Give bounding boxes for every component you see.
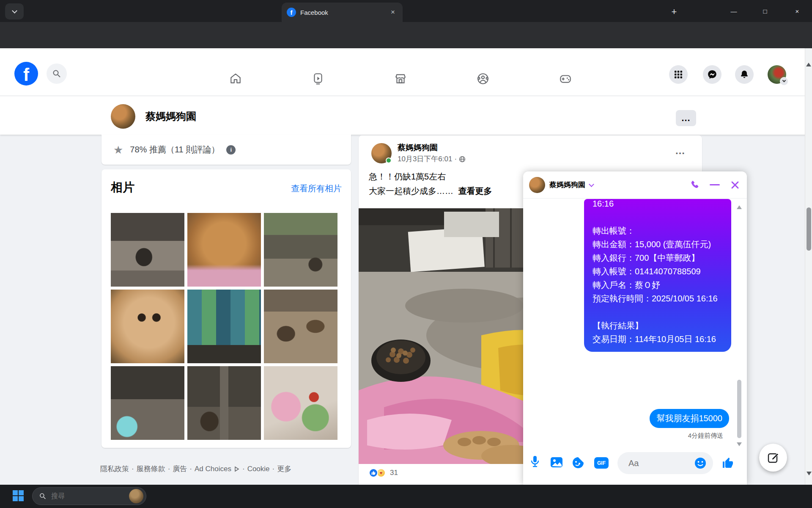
transfer-message-text: 16:16 轉出帳號： 轉出金額：15,000 (壹萬伍仟元) 轉入銀行：700… bbox=[593, 199, 723, 346]
globe-icon bbox=[459, 156, 466, 163]
received-transfer-message-bubble: 16:16 轉出帳號： 轉出金額：15,000 (壹萬伍仟元) 轉入銀行：700… bbox=[584, 199, 731, 352]
nav-marketplace-tab[interactable] bbox=[373, 68, 428, 90]
see-all-photos-link[interactable]: 查看所有相片 bbox=[291, 183, 342, 194]
footer-link-ads[interactable]: 廣告 bbox=[173, 464, 187, 474]
page-scrollbar[interactable] bbox=[805, 48, 812, 485]
online-status-dot bbox=[386, 157, 392, 163]
footer-link-adchoices[interactable]: Ad Choices bbox=[195, 465, 231, 473]
see-more-link[interactable]: 查看更多 bbox=[458, 186, 492, 196]
nav-groups-tab[interactable] bbox=[455, 68, 510, 90]
chat-scrollbar-thumb[interactable] bbox=[737, 380, 741, 438]
chat-title[interactable]: 蔡媽媽狗園 bbox=[549, 180, 585, 190]
chat-text-input[interactable] bbox=[628, 458, 691, 469]
star-icon: ★ bbox=[113, 145, 123, 155]
adchoices-icon bbox=[234, 466, 240, 472]
photo-grid bbox=[111, 213, 342, 440]
chat-avatar[interactable] bbox=[529, 177, 545, 193]
apps-menu-button[interactable] bbox=[669, 65, 688, 84]
footer-link-terms[interactable]: 服務條款 bbox=[137, 464, 165, 474]
attach-image-icon[interactable] bbox=[550, 457, 563, 469]
post-timestamp[interactable]: 10月3日下午6:01 bbox=[398, 154, 452, 164]
start-button[interactable] bbox=[13, 490, 24, 501]
chat-chevron-down-icon[interactable] bbox=[589, 182, 594, 187]
chevron-down-icon bbox=[12, 8, 17, 14]
chat-window: 蔡媽媽狗園 16:16 轉出帳號： 轉出金額：15,000 (壹萬伍仟元) 轉入… bbox=[523, 171, 747, 485]
new-message-fab[interactable] bbox=[759, 444, 787, 472]
tab-search-button[interactable] bbox=[5, 3, 24, 19]
post-reactions[interactable]: ♥ 31 bbox=[369, 468, 398, 478]
emoji-icon[interactable] bbox=[694, 457, 706, 469]
photos-card: 相片 查看所有相片 bbox=[102, 169, 351, 448]
photo-thumbnail[interactable] bbox=[187, 290, 261, 363]
chat-scroll-down-icon[interactable] bbox=[737, 442, 742, 446]
chat-close-icon[interactable] bbox=[731, 181, 739, 189]
sent-message-bubble: 幫我朋友捐15000 bbox=[650, 409, 729, 428]
scroll-up-icon[interactable] bbox=[806, 63, 811, 66]
photo-thumbnail[interactable] bbox=[264, 290, 337, 363]
window-maximize-button[interactable]: □ bbox=[755, 0, 775, 22]
post-text-line1: 急！！仍缺1萬5左右 bbox=[369, 169, 446, 184]
photo-thumbnail[interactable] bbox=[111, 213, 184, 287]
watch-icon bbox=[312, 72, 324, 85]
home-icon bbox=[229, 72, 242, 85]
reaction-count[interactable]: 31 bbox=[390, 469, 398, 477]
voice-clip-icon[interactable] bbox=[530, 455, 540, 469]
messenger-button[interactable] bbox=[703, 65, 721, 84]
photo-thumbnail[interactable] bbox=[187, 366, 261, 440]
gif-icon[interactable]: GIF bbox=[594, 457, 609, 469]
photo-thumbnail[interactable] bbox=[264, 366, 337, 440]
search-icon bbox=[52, 69, 61, 78]
facebook-logo[interactable]: f bbox=[14, 62, 38, 86]
new-tab-button[interactable]: + bbox=[667, 5, 681, 19]
photo-thumbnail[interactable] bbox=[111, 290, 184, 363]
nav-home-tab[interactable] bbox=[208, 68, 263, 90]
post-text: 大家一起積少成多…… bbox=[369, 186, 453, 196]
tab-close-icon[interactable]: × bbox=[388, 7, 398, 17]
taskbar-search[interactable] bbox=[32, 487, 146, 505]
profile-more-button[interactable]: … bbox=[676, 110, 696, 126]
scrollbar-thumb[interactable] bbox=[807, 207, 811, 251]
taskbar: O X W T TALK LINE bbox=[0, 485, 812, 508]
facebook-header: f bbox=[0, 48, 812, 96]
photo-thumbnail[interactable] bbox=[111, 366, 184, 440]
marketplace-icon bbox=[394, 72, 407, 85]
chat-minimize-icon[interactable] bbox=[710, 184, 720, 185]
photo-thumbnail[interactable] bbox=[187, 213, 261, 287]
photo-thumbnail[interactable] bbox=[264, 213, 337, 287]
sticker-icon[interactable] bbox=[572, 457, 584, 470]
info-icon[interactable]: i bbox=[226, 145, 236, 155]
nav-watch-tab[interactable] bbox=[291, 68, 346, 90]
groups-icon bbox=[477, 72, 489, 85]
window-minimize-button[interactable]: — bbox=[724, 0, 743, 22]
call-icon[interactable] bbox=[689, 180, 700, 190]
gaming-icon bbox=[559, 72, 572, 85]
profile-avatar[interactable] bbox=[111, 104, 135, 129]
post-menu-button[interactable]: … bbox=[675, 145, 686, 157]
browser-tab-facebook[interactable]: f Facebook × bbox=[282, 3, 403, 22]
meta-separator: · bbox=[454, 155, 457, 163]
rating-card: ★ 78% 推薦（11 則評論） i bbox=[102, 135, 351, 165]
chat-header[interactable]: 蔡媽媽狗園 bbox=[523, 171, 747, 199]
nav-gaming-tab[interactable] bbox=[538, 68, 593, 90]
footer-separator: · bbox=[189, 465, 192, 473]
search-highlight-image bbox=[129, 489, 143, 503]
apps-grid-icon bbox=[674, 70, 683, 79]
scroll-down-icon[interactable] bbox=[807, 472, 812, 475]
sent-status: 4分鐘前傳送 bbox=[688, 432, 723, 440]
facebook-search-button[interactable] bbox=[47, 64, 67, 84]
thumbs-up-icon[interactable] bbox=[721, 456, 735, 471]
browser-toolbar: ← → facebook.com/profile.php?id=10006461… bbox=[0, 22, 812, 48]
tab-title: Facebook bbox=[300, 9, 388, 16]
profile-sticky-bar: 蔡媽媽狗園 … bbox=[0, 96, 812, 135]
footer-link-privacy[interactable]: 隱私政策 bbox=[100, 464, 129, 474]
footer-separator: · bbox=[242, 465, 245, 473]
window-close-button[interactable]: × bbox=[787, 0, 807, 22]
chat-scroll-up-icon[interactable] bbox=[737, 205, 742, 209]
post-author-name[interactable]: 蔡媽媽狗園 bbox=[398, 142, 438, 153]
notifications-button[interactable] bbox=[735, 65, 754, 84]
taskbar-search-input[interactable] bbox=[50, 492, 114, 500]
chat-input-pill[interactable] bbox=[617, 452, 713, 474]
footer-link-cookie[interactable]: Cookie bbox=[247, 465, 270, 473]
footer-separator: · bbox=[168, 465, 170, 473]
footer-link-more[interactable]: 更多 bbox=[277, 464, 291, 474]
